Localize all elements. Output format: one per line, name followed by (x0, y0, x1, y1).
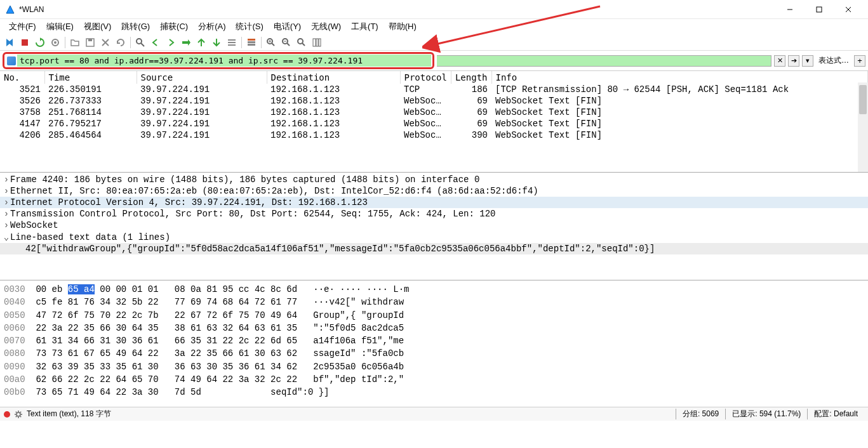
expression-button[interactable]: 表达式… (816, 55, 851, 66)
tree-item[interactable]: ›Ethernet II, Src: 80:ea:07:65:2a:eb (80… (0, 185, 868, 197)
autoscroll-icon[interactable] (225, 36, 239, 49)
app-icon (5, 4, 15, 15)
scrollbar[interactable] (858, 82, 868, 172)
hex-row[interactable]: 0090 32 63 39 35 33 35 61 30 36 63 30 35… (4, 360, 864, 373)
zoom-in-icon[interactable] (264, 36, 278, 49)
svg-rect-8 (88, 39, 92, 41)
svg-line-27 (287, 43, 290, 46)
bookmark-icon[interactable] (7, 56, 16, 65)
svg-line-23 (272, 43, 274, 46)
svg-rect-16 (228, 39, 236, 41)
svg-point-6 (54, 41, 57, 44)
column-destination[interactable]: Destination (267, 71, 400, 84)
start-capture-icon[interactable] (3, 36, 17, 49)
menu-wireless[interactable]: 无线(W) (306, 20, 346, 34)
clear-filter-button[interactable]: ✕ (774, 55, 785, 67)
maximize-button[interactable] (805, 0, 834, 19)
svg-rect-31 (313, 39, 316, 46)
packet-details-pane[interactable]: ›Frame 4240: 186 bytes on wire (1488 bit… (0, 172, 868, 280)
expand-icon[interactable]: › (3, 220, 10, 230)
apply-filter-button[interactable]: ➔ (788, 55, 799, 67)
tree-item[interactable]: ›Frame 4240: 186 bytes on wire (1488 bit… (0, 174, 868, 185)
svg-rect-20 (248, 41, 255, 43)
go-last-icon[interactable] (210, 36, 224, 49)
menu-go[interactable]: 跳转(G) (116, 20, 155, 34)
table-row[interactable]: 4147276.79521739.97.224.191192.168.1.123… (0, 118, 868, 129)
restart-capture-icon[interactable] (33, 36, 47, 49)
svg-point-11 (137, 39, 142, 44)
tree-item[interactable]: ›WebSocket (0, 220, 868, 231)
add-filter-button[interactable]: + (854, 55, 865, 67)
go-first-icon[interactable] (194, 36, 208, 49)
column-time[interactable]: Time (44, 71, 137, 84)
svg-rect-17 (228, 42, 236, 43)
go-forward-icon[interactable] (164, 36, 178, 49)
menu-edit[interactable]: 编辑(E) (41, 20, 79, 34)
column-source[interactable]: Source (137, 71, 267, 84)
expert-info-icon[interactable] (4, 411, 10, 418)
hex-row[interactable]: 0080 73 73 61 67 65 49 64 22 3a 22 35 66… (4, 347, 864, 360)
gear-icon[interactable] (14, 410, 23, 419)
svg-point-29 (298, 39, 303, 44)
tree-item-selected[interactable]: ›Internet Protocol Version 4, Src: 39.97… (0, 197, 868, 208)
filter-highlight-box (3, 52, 434, 69)
save-file-icon[interactable] (83, 36, 97, 49)
filter-field-remainder[interactable] (437, 55, 771, 67)
find-icon[interactable] (133, 36, 147, 49)
column-no[interactable]: No. (0, 71, 44, 84)
tree-item[interactable]: ›Transmission Control Protocol, Src Port… (0, 208, 868, 220)
packet-list-pane[interactable]: No. Time Source Destination Protocol Len… (0, 70, 868, 172)
capture-options-icon[interactable] (48, 36, 62, 49)
expand-icon[interactable]: › (3, 209, 10, 219)
go-back-icon[interactable] (149, 36, 163, 49)
status-profile[interactable]: 配置: Default (807, 409, 864, 419)
table-row[interactable]: 3758251.76811439.97.224.191192.168.1.123… (0, 107, 868, 118)
resize-columns-icon[interactable] (310, 36, 324, 49)
menu-help[interactable]: 帮助(H) (384, 20, 422, 34)
close-button[interactable] (834, 0, 863, 19)
window-controls (775, 0, 863, 19)
tree-leaf[interactable]: 42["withdrawGroup",{"groupId":"5f0d58ac2… (0, 243, 868, 254)
svg-line-30 (302, 43, 305, 46)
hex-row[interactable]: 00a0 62 66 22 2c 22 64 65 70 74 49 64 22… (4, 373, 864, 386)
table-row[interactable]: 3526226.73733339.97.224.191192.168.1.123… (0, 95, 868, 107)
menu-capture[interactable]: 捕获(C) (155, 20, 193, 34)
zoom-out-icon[interactable] (279, 36, 293, 49)
open-file-icon[interactable] (68, 36, 82, 49)
window-title: *WLAN (19, 5, 775, 14)
expand-icon[interactable]: › (3, 197, 10, 208)
hex-row[interactable]: 0030 00 eb 65 a4 00 00 01 01 08 0a 81 95… (4, 283, 864, 296)
hex-row[interactable]: 00b0 73 65 71 49 64 22 3a 30 7d 5d seqId… (4, 386, 864, 399)
menu-telephony[interactable]: 电话(Y) (269, 20, 306, 34)
column-length[interactable]: Length (451, 71, 491, 84)
tree-item[interactable]: ⌄Line-based text data (1 lines) (0, 231, 868, 243)
hex-row[interactable]: 0040 c5 fe 81 76 34 32 5b 22 77 69 74 68… (4, 296, 864, 308)
hex-row[interactable]: 0060 22 3a 22 35 66 30 64 35 38 61 63 32… (4, 322, 864, 334)
recent-filter-button[interactable]: ▾ (802, 55, 813, 67)
column-protocol[interactable]: Protocol (400, 71, 451, 84)
close-file-icon[interactable] (98, 36, 112, 49)
minimize-button[interactable] (775, 0, 805, 19)
hex-row[interactable]: 0070 61 31 34 66 31 30 36 61 66 35 31 22… (4, 334, 864, 347)
hex-dump-pane[interactable]: 0030 00 eb 65 a4 00 00 01 01 08 0a 81 95… (0, 280, 868, 407)
svg-rect-1 (817, 7, 822, 12)
goto-packet-icon[interactable] (179, 36, 193, 49)
zoom-reset-icon[interactable] (295, 36, 309, 49)
stop-capture-icon[interactable] (18, 36, 32, 49)
menu-analyze[interactable]: 分析(A) (193, 20, 230, 34)
collapse-icon[interactable]: ⌄ (3, 232, 10, 242)
colorize-icon[interactable] (244, 36, 258, 49)
table-row[interactable]: 4206285.46456439.97.224.191192.168.1.123… (0, 129, 868, 141)
svg-rect-32 (316, 39, 318, 46)
expand-icon[interactable]: › (3, 175, 10, 185)
menu-stats[interactable]: 统计(S) (230, 20, 268, 34)
column-info[interactable]: Info (491, 71, 867, 84)
menu-tools[interactable]: 工具(T) (346, 20, 384, 34)
table-row[interactable]: 3521226.35019139.97.224.191192.168.1.123… (0, 84, 868, 95)
menu-file[interactable]: 文件(F) (4, 20, 41, 34)
hex-row[interactable]: 0050 47 72 6f 75 70 22 2c 7b 22 67 72 6f… (4, 309, 864, 322)
display-filter-input[interactable] (17, 55, 431, 67)
reload-icon[interactable] (114, 36, 128, 49)
menu-view[interactable]: 视图(V) (79, 20, 116, 34)
expand-icon[interactable]: › (3, 186, 10, 196)
